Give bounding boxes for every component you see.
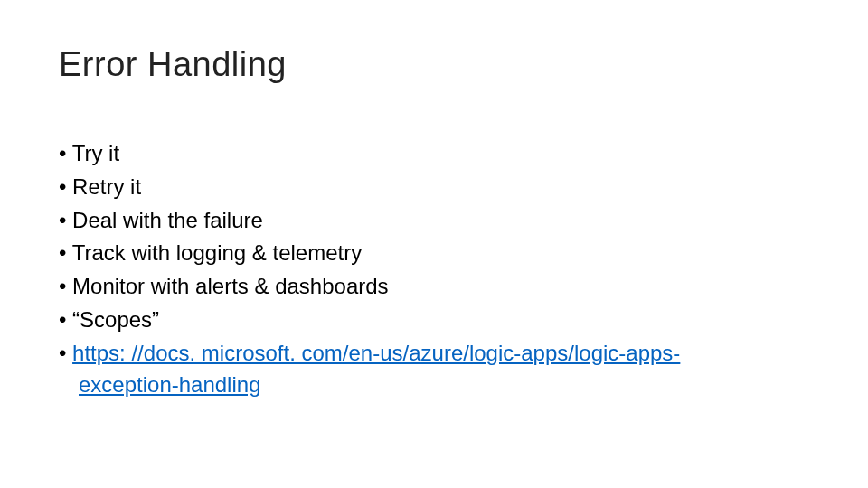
link-text-line1: https: //docs. microsoft. com/en-us/azur… <box>72 341 680 365</box>
docs-link[interactable]: https: //docs. microsoft. com/en-us/azur… <box>72 341 680 397</box>
slide-title: Error Handling <box>59 45 809 84</box>
bullet-list: Try it Retry it Deal with the failure Tr… <box>59 138 809 400</box>
list-item: Monitor with alerts & dashboards <box>59 271 809 303</box>
list-item: “Scopes” <box>59 305 809 336</box>
list-item: Try it <box>59 138 809 170</box>
list-item: Deal with the failure <box>59 205 809 237</box>
list-item: Track with logging & telemetry <box>59 238 809 269</box>
list-item: Retry it <box>59 172 809 203</box>
link-text-line2: exception-handling <box>79 372 260 397</box>
list-item-link: https: //docs. microsoft. com/en-us/azur… <box>59 338 809 401</box>
